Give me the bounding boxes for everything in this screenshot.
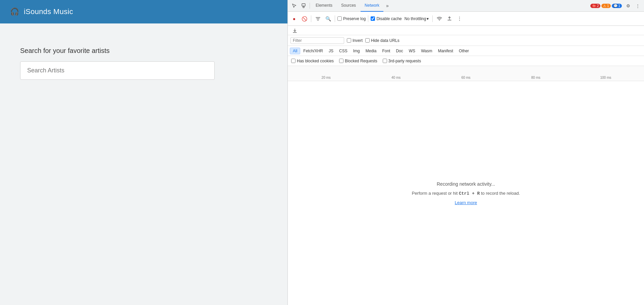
more-tools-button[interactable] bbox=[455, 14, 464, 23]
timeline-marker-100: 100 ms bbox=[571, 76, 641, 79]
device-toolbar-button[interactable] bbox=[299, 1, 308, 10]
warning-badge: ⚠ 1 bbox=[601, 4, 610, 8]
app-area: 🎧 iSounds Music Search for your favorite… bbox=[0, 0, 287, 305]
third-party-label[interactable]: 3rd-party requests bbox=[383, 59, 421, 63]
third-party-checkbox[interactable] bbox=[383, 59, 387, 63]
error-badge: ⛔ 2 bbox=[590, 4, 600, 8]
toolbar-sep-4 bbox=[432, 15, 433, 22]
app-title: iSounds Music bbox=[24, 7, 73, 16]
preserve-log-checkbox[interactable] bbox=[337, 16, 342, 21]
search-button[interactable]: 🔍 bbox=[324, 14, 332, 23]
svg-point-4 bbox=[459, 20, 460, 21]
type-filter-css[interactable]: CSS bbox=[336, 48, 350, 54]
empty-subtitle-pre: Perform a request or hit bbox=[412, 191, 459, 196]
timeline-marker-20: 20 ms bbox=[291, 76, 361, 79]
filter-input[interactable] bbox=[290, 37, 344, 44]
tab-network[interactable]: Network bbox=[361, 0, 383, 12]
type-filter-wasm[interactable]: Wasm bbox=[418, 48, 435, 54]
chevron-down-icon: ▾ bbox=[427, 16, 429, 21]
type-filter-fetchxhr[interactable]: Fetch/XHR bbox=[301, 48, 326, 54]
has-blocked-cookies-checkbox[interactable] bbox=[291, 59, 296, 63]
svg-point-2 bbox=[459, 17, 460, 17]
tab-sources[interactable]: Sources bbox=[337, 0, 360, 12]
invert-label[interactable]: Invert bbox=[347, 38, 363, 43]
check-row: Has blocked cookies Blocked Requests 3rd… bbox=[288, 56, 644, 66]
upload-button[interactable] bbox=[445, 14, 454, 23]
invert-checkbox[interactable] bbox=[347, 38, 351, 43]
search-input[interactable] bbox=[20, 61, 215, 80]
empty-subtitle-post: to record the reload. bbox=[480, 191, 520, 196]
preserve-log-label[interactable]: Preserve log bbox=[337, 16, 366, 21]
tab-elements[interactable]: Elements bbox=[312, 0, 336, 12]
message-badge: 💬 1 bbox=[612, 4, 622, 8]
download-button[interactable] bbox=[290, 26, 299, 35]
toolbar-sep-3 bbox=[368, 15, 368, 22]
more-options-button[interactable]: ⋮ bbox=[633, 1, 642, 10]
timeline-marker-80: 80 ms bbox=[501, 76, 571, 79]
record-button[interactable]: ● bbox=[290, 14, 299, 23]
wifi-icon-button[interactable] bbox=[435, 14, 444, 23]
learn-more-link[interactable]: Learn more bbox=[455, 200, 477, 205]
empty-title: Recording network activity... bbox=[437, 181, 495, 187]
timeline-marker-40: 40 ms bbox=[361, 76, 431, 79]
clear-button[interactable]: 🚫 bbox=[300, 14, 309, 23]
settings-button[interactable]: ⚙ bbox=[624, 1, 633, 10]
type-filter-img[interactable]: Img bbox=[351, 48, 363, 54]
badge-group: ⛔ 2 ⚠ 1 💬 1 bbox=[590, 4, 622, 8]
search-input-wrapper bbox=[20, 61, 215, 80]
toolbar-sep-2 bbox=[335, 15, 335, 22]
download-row bbox=[288, 26, 644, 35]
filter-row: Invert Hide data URLs bbox=[288, 35, 644, 46]
has-blocked-cookies-label[interactable]: Has blocked cookies bbox=[291, 59, 334, 63]
type-filter-js[interactable]: JS bbox=[326, 48, 336, 54]
devtools-toolbar: ● 🚫 🔍 Preserve log Disable cache No thro… bbox=[288, 12, 644, 26]
type-filter-row: All Fetch/XHR JS CSS Img Media Font Doc … bbox=[288, 46, 644, 56]
blocked-requests-checkbox[interactable] bbox=[339, 59, 343, 63]
type-filter-media[interactable]: Media bbox=[363, 48, 379, 54]
devtools-panel: Elements Sources Network » ⛔ 2 ⚠ 1 💬 1 ⚙… bbox=[287, 0, 644, 305]
type-filter-ws[interactable]: WS bbox=[406, 48, 418, 54]
blocked-requests-label[interactable]: Blocked Requests bbox=[339, 59, 377, 63]
empty-subtitle: Perform a request or hit Ctrl + R to rec… bbox=[412, 191, 520, 196]
keyboard-shortcut: Ctrl + R bbox=[459, 191, 480, 196]
tab-separator bbox=[310, 3, 310, 9]
disable-cache-label[interactable]: Disable cache bbox=[371, 16, 401, 21]
filter-button[interactable] bbox=[314, 14, 322, 23]
app-header: 🎧 iSounds Music bbox=[0, 0, 287, 23]
type-filter-font[interactable]: Font bbox=[379, 48, 393, 54]
timeline-marker-60: 60 ms bbox=[431, 76, 501, 79]
type-filter-doc[interactable]: Doc bbox=[393, 48, 406, 54]
type-filter-other[interactable]: Other bbox=[456, 48, 472, 54]
throttle-select[interactable]: No throttling ▾ bbox=[403, 16, 430, 22]
svg-rect-0 bbox=[302, 4, 305, 6]
hide-data-urls-label[interactable]: Hide data URLs bbox=[365, 38, 399, 43]
devtools-tab-bar: Elements Sources Network » ⛔ 2 ⚠ 1 💬 1 ⚙… bbox=[288, 0, 644, 12]
type-filter-manifest[interactable]: Manifest bbox=[435, 48, 456, 54]
headphone-icon: 🎧 bbox=[10, 7, 19, 16]
empty-state: Recording network activity... Perform a … bbox=[288, 81, 644, 305]
svg-point-3 bbox=[459, 18, 460, 19]
inspect-element-button[interactable] bbox=[290, 1, 299, 10]
hide-data-urls-checkbox[interactable] bbox=[365, 38, 370, 43]
search-label: Search for your favorite artists bbox=[20, 47, 267, 55]
app-content: Search for your favorite artists bbox=[0, 23, 287, 305]
more-tabs-button[interactable]: » bbox=[384, 3, 391, 8]
timeline-markers: 20 ms 40 ms 60 ms 80 ms 100 ms bbox=[288, 76, 644, 79]
timeline-header: 20 ms 40 ms 60 ms 80 ms 100 ms bbox=[288, 66, 644, 81]
type-filter-all[interactable]: All bbox=[290, 48, 300, 54]
toolbar-sep-1 bbox=[311, 15, 311, 22]
svg-rect-1 bbox=[303, 6, 304, 8]
disable-cache-checkbox[interactable] bbox=[371, 16, 375, 21]
